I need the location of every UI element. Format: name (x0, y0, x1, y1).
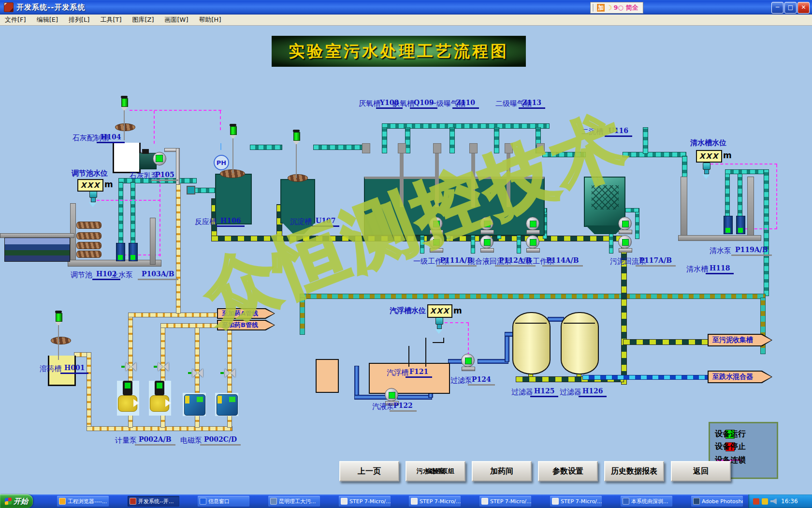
start-button[interactable]: 开始 (0, 494, 33, 508)
banner-dosing-b: 至加药B管线 (217, 320, 275, 330)
menu-edit[interactable]: 编辑[E] (37, 15, 58, 24)
valve[interactable] (157, 362, 169, 371)
dev-system-icon (130, 498, 136, 505)
interlock-line (130, 110, 221, 112)
pump-p112b[interactable] (478, 235, 495, 253)
pipe-segment (542, 152, 586, 157)
level-label-flotation: 汽浮槽水位 (390, 306, 426, 315)
task-step7-2[interactable]: STEP 7-Micro/... (409, 496, 461, 507)
valve[interactable] (191, 369, 203, 377)
nav-dosing-room-button[interactable]: 加药间 (472, 461, 532, 481)
interlock-line (97, 200, 160, 202)
legend-stopped-label: 设备停止 (715, 442, 746, 452)
menu-screen[interactable]: 画面[W] (165, 15, 188, 24)
menu-file[interactable]: 文件[F] (5, 15, 26, 24)
basin-post (362, 143, 370, 153)
cleanwater-wall (678, 235, 761, 241)
pump-p111b[interactable] (428, 235, 444, 253)
task-project-browser[interactable]: 工程浏览器----... (57, 496, 109, 507)
pipe-segment (582, 375, 710, 380)
pump-p002c[interactable] (183, 393, 206, 416)
level-sensor-flotation (434, 317, 444, 336)
pump-p002d[interactable] (215, 393, 238, 416)
pump-p002b[interactable] (149, 381, 171, 416)
basin-post (536, 143, 545, 153)
pump-p124[interactable] (460, 354, 476, 371)
legend-running-label: 设备运行 (715, 429, 746, 439)
pump-p103a[interactable] (116, 243, 125, 261)
menu-library[interactable]: 图库[Z] (132, 15, 154, 24)
menu-help[interactable]: 帮助[H] (199, 15, 221, 24)
tray-app-icon[interactable] (753, 498, 759, 505)
menu-arrange[interactable]: 排列[L] (69, 15, 89, 24)
pump-p119b[interactable] (736, 216, 745, 234)
level-unit: m (104, 179, 113, 189)
pipe-segment (118, 182, 123, 246)
basin-post (398, 143, 406, 153)
tray-ime-icon[interactable] (762, 498, 768, 505)
ime-language-bar[interactable]: 加 ☽ 9○ 简全 (590, 2, 643, 14)
menu-tools[interactable]: 工具[T] (100, 15, 121, 24)
close-button[interactable]: ✕ (798, 2, 810, 14)
task-step7-1[interactable]: STEP 7-Micro/... (339, 496, 391, 507)
basin-post (469, 143, 478, 153)
pump-p112a[interactable] (478, 217, 495, 234)
task-system-info[interactable]: 本系统由深圳... (621, 496, 672, 507)
task-step7-4[interactable]: STEP 7-Micro/... (550, 496, 602, 507)
pump-p103b[interactable] (129, 243, 138, 261)
window-title: 开发系统--开发系统 (16, 3, 85, 12)
level-value-flotation: XXX (427, 304, 452, 318)
document-icon (270, 498, 277, 505)
pump-p117b[interactable] (617, 235, 633, 253)
f121-divider (408, 346, 409, 367)
step7-icon (341, 498, 348, 505)
ph-signal-line (220, 143, 221, 150)
nav-history-report-button[interactable]: 历史数据报表 (604, 461, 664, 481)
filter-vessel-h126 (561, 312, 599, 374)
pump-p117a[interactable] (617, 217, 633, 234)
interlock-line (160, 174, 161, 256)
dosing-pipe (176, 184, 181, 314)
pump-p111a[interactable] (428, 217, 444, 234)
valve[interactable] (224, 369, 235, 377)
task-photoshop[interactable]: Adobe Photoshop (691, 496, 743, 507)
flotation-feed-tank (316, 359, 339, 393)
pipe-segment (635, 208, 639, 239)
pump-p105[interactable] (139, 148, 166, 169)
task-kunming-doc[interactable]: 昆明理工大污... (268, 496, 320, 507)
pipe-segment (623, 152, 686, 157)
pump-p114a[interactable] (524, 217, 541, 234)
pipe-segment (478, 359, 508, 364)
interlock-line (220, 111, 222, 130)
minimize-button[interactable]: ─ (771, 2, 783, 14)
task-step7-3[interactable]: STEP 7-Micro/... (479, 496, 531, 507)
level-value-cleanwater: XXX (696, 150, 722, 163)
pump-p119a[interactable] (724, 216, 733, 234)
interlock-line (710, 164, 777, 165)
tray-volume-icon[interactable] (770, 498, 777, 505)
inline-device (187, 186, 195, 194)
task-dev-system[interactable]: 开发系统--开... (128, 496, 179, 507)
landscape-photo (4, 238, 70, 262)
nav-return-button[interactable]: 返回 (671, 461, 731, 481)
maximize-button[interactable]: □ (784, 2, 797, 14)
mixer-h001 (54, 311, 64, 359)
ime-input-icon[interactable]: 加 (597, 4, 605, 12)
nav-pump-group-button[interactable]: 实验室污水处理泵组 (406, 461, 465, 481)
sludge-pipe (623, 339, 710, 345)
pipe-segment (505, 334, 509, 362)
pipe-segment (354, 366, 359, 399)
pump-p002a[interactable] (117, 381, 139, 416)
nav-prev-page-button[interactable]: 上一页 (339, 461, 399, 481)
f121-divider (433, 342, 444, 343)
pipe-segment (738, 172, 742, 219)
nav-parameters-button[interactable]: 参数设置 (538, 461, 598, 481)
ime-moon-icon[interactable]: ☽ (606, 4, 612, 12)
tray-clock[interactable]: 16:36 (781, 498, 798, 505)
valve[interactable] (125, 362, 136, 371)
pump-p114b[interactable] (524, 235, 541, 253)
ime-mode-label[interactable]: 9○ 简全 (614, 3, 638, 12)
task-info-window[interactable]: 信息窗口 (198, 496, 249, 507)
screen: 开发系统--开发系统 加 ☽ 9○ 简全 ─ □ ✕ 文件[F] 编辑[E] 排… (0, 0, 812, 508)
dosing-pipe (128, 313, 221, 317)
